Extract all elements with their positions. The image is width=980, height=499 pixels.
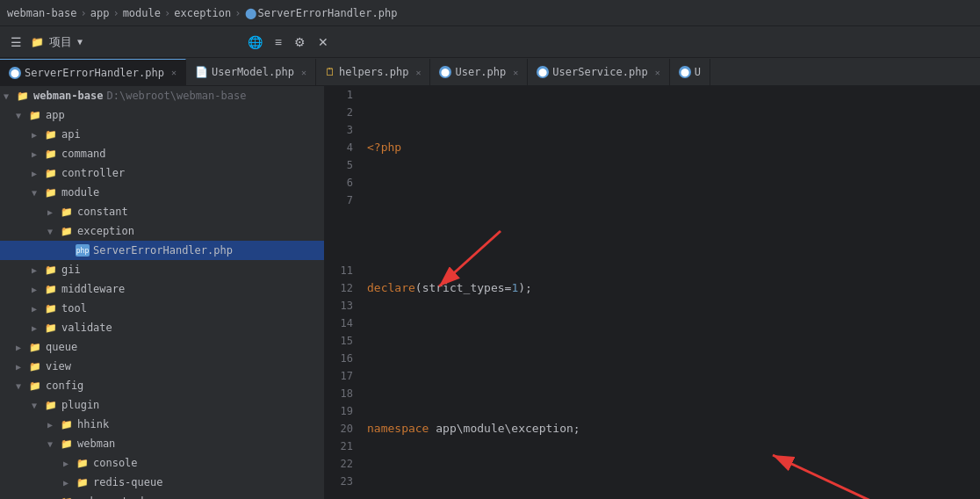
view-label: view	[46, 360, 71, 372]
code-line-3: declare(strict_types=1);	[367, 279, 973, 297]
validate-label: validate	[61, 322, 112, 334]
sidebar-item-config[interactable]: ▼ 📁 config	[0, 376, 324, 395]
server-error-handler-icon: php	[76, 244, 90, 257]
sidebar-item-exception[interactable]: ▼ 📁 exception	[0, 221, 324, 241]
code-line-5: namespace app\module\exception;	[367, 420, 973, 438]
queue-arrow-icon: ▶	[16, 343, 28, 352]
app-folder-icon: 📁	[28, 108, 42, 122]
main-content: ▼ 📁 webman-base D:\webroot\webman-base ▼…	[0, 86, 980, 499]
toolbar-left: ☰ 📁 项目 ▼ 🌐 ≡ ⚙ ✕	[7, 33, 332, 51]
sidebar-item-server-error-handler[interactable]: php ServerErrorHandler.php	[0, 241, 324, 260]
sidebar-item-webman[interactable]: ▼ 📁 webman	[0, 434, 324, 453]
tab-close-user-service[interactable]: ✕	[655, 68, 660, 77]
breadcrumb-root: webman-base	[7, 7, 76, 19]
sidebar-item-validate[interactable]: ▶ 📁 validate	[0, 318, 324, 337]
redis-queue-folder-icon: 📁	[76, 475, 90, 489]
sidebar-item-controller[interactable]: ▶ 📁 controller	[0, 163, 324, 183]
webman-tech-folder-icon: 📁	[60, 495, 74, 499]
gii-arrow-icon: ▶	[32, 265, 44, 275]
queue-label: queue	[46, 341, 77, 353]
view-folder-icon: 📁	[28, 359, 42, 373]
app-label: app	[46, 109, 65, 121]
webman-label: webman	[77, 438, 115, 450]
api-folder-icon: 📁	[44, 127, 58, 141]
tab-close-user[interactable]: ✕	[513, 68, 518, 77]
close-panel-button[interactable]: ✕	[314, 33, 332, 51]
globe-button[interactable]: 🌐	[244, 33, 266, 51]
tab-server-error[interactable]: ⬤ ServerErrorHandler.php ✕	[0, 59, 186, 85]
tab-user-model[interactable]: 📄 UserModel.php ✕	[186, 59, 316, 85]
redis-queue-label: redis-queue	[93, 476, 162, 488]
title-bar: webman-base › app › module › exception ›…	[0, 0, 980, 26]
sidebar-item-module[interactable]: ▼ 📁 module	[0, 183, 324, 202]
tab-label-server-error: ServerErrorHandler.php	[25, 67, 164, 79]
controller-arrow-icon: ▶	[32, 169, 44, 178]
code-line-6	[367, 490, 973, 499]
root-path: D:\webroot\webman-base	[106, 90, 246, 102]
tab-label-user-service: UserService.php	[552, 66, 647, 78]
tab-u[interactable]: ⬤ U	[670, 59, 710, 85]
sidebar-item-tool[interactable]: ▶ 📁 tool	[0, 299, 324, 318]
hhink-arrow-icon: ▶	[47, 420, 60, 430]
root-label: webman-base	[33, 90, 103, 102]
tab-close-user-model[interactable]: ✕	[301, 68, 306, 77]
command-arrow-icon: ▶	[32, 149, 44, 159]
settings-button[interactable]: ⚙	[291, 33, 309, 51]
gii-folder-icon: 📁	[44, 263, 58, 277]
module-folder-icon: 📁	[44, 185, 58, 199]
tab-close-server-error[interactable]: ✕	[171, 68, 177, 77]
validate-folder-icon: 📁	[44, 321, 58, 335]
tab-label-helpers: helpers.php	[339, 66, 408, 78]
tab-helpers[interactable]: 🗒 helpers.php ✕	[316, 59, 431, 85]
tab-label-user-model: UserModel.php	[212, 66, 294, 78]
middleware-label: middleware	[61, 283, 125, 295]
api-label: api	[61, 128, 81, 141]
controller-label: controller	[61, 167, 125, 179]
constant-folder-icon: 📁	[60, 205, 74, 219]
validate-arrow-icon: ▶	[32, 323, 44, 333]
constant-label: constant	[77, 206, 128, 218]
code-editor[interactable]: 1 2 3 4 5 6 7 11 12 13 14 15 16 17 18 19…	[325, 86, 980, 499]
sidebar-item-middleware[interactable]: ▶ 📁 middleware	[0, 279, 324, 299]
sidebar-item-command[interactable]: ▶ 📁 command	[0, 144, 324, 163]
console-arrow-icon: ▶	[63, 459, 76, 468]
tab-close-helpers[interactable]: ✕	[415, 68, 421, 77]
sidebar-item-constant[interactable]: ▶ 📁 constant	[0, 202, 324, 221]
toggle-sidebar-button[interactable]: ☰	[7, 33, 25, 51]
sidebar-item-redis-queue[interactable]: ▶ 📁 redis-queue	[0, 473, 324, 492]
tab-icon-user-service: ⬤	[537, 66, 549, 78]
code-content: <?php declare(strict_types=1); namespace…	[360, 86, 980, 499]
tree-root[interactable]: ▼ 📁 webman-base D:\webroot\webman-base	[0, 86, 324, 105]
breadcrumb-exception: exception	[174, 7, 231, 19]
sidebar-item-queue[interactable]: ▶ 📁 queue	[0, 337, 324, 357]
tab-icon-helpers: 🗒	[325, 66, 335, 78]
tab-icon-user: ⬤	[439, 66, 451, 78]
list-button[interactable]: ≡	[271, 33, 285, 51]
sidebar-item-webman-tech[interactable]: ▶ 📁 webman-tech	[0, 492, 324, 499]
sidebar-item-api[interactable]: ▶ 📁 api	[0, 125, 324, 144]
tab-user-service[interactable]: ⬤ UserService.php ✕	[528, 59, 669, 85]
server-error-handler-label: ServerErrorHandler.php	[93, 244, 233, 257]
sidebar-item-console[interactable]: ▶ 📁 console	[0, 453, 324, 473]
sidebar-item-gii[interactable]: ▶ 📁 gii	[0, 260, 324, 279]
sidebar-item-view[interactable]: ▶ 📁 view	[0, 357, 324, 376]
controller-folder-icon: 📁	[44, 166, 58, 180]
redis-queue-arrow-icon: ▶	[63, 478, 76, 488]
breadcrumb-filename: ServerErrorHandler.php	[258, 7, 398, 19]
sidebar-item-plugin[interactable]: ▼ 📁 plugin	[0, 395, 324, 415]
tab-bar: ⬤ ServerErrorHandler.php ✕ 📄 UserModel.p…	[0, 58, 980, 86]
code-line-1: <?php	[367, 139, 973, 156]
php-open-tag: <?php	[367, 139, 401, 156]
command-label: command	[61, 148, 106, 160]
breadcrumb: webman-base › app › module › exception ›…	[7, 7, 397, 19]
console-folder-icon: 📁	[76, 456, 90, 470]
project-label: 项目	[49, 34, 72, 50]
sidebar-item-hhink[interactable]: ▶ 📁 hhink	[0, 415, 324, 434]
sidebar-content: ▼ 📁 webman-base D:\webroot\webman-base ▼…	[0, 86, 324, 499]
sidebar-item-app[interactable]: ▼ 📁 app	[0, 105, 324, 125]
sidebar: ▼ 📁 webman-base D:\webroot\webman-base ▼…	[0, 86, 325, 499]
gii-label: gii	[61, 264, 81, 276]
tab-icon-server-error: ⬤	[9, 67, 21, 79]
tab-user[interactable]: ⬤ User.php ✕	[430, 59, 528, 85]
dropdown-icon[interactable]: ▼	[77, 37, 83, 47]
